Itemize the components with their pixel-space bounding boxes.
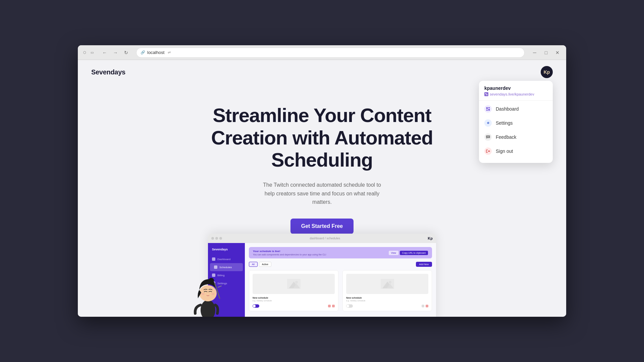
preview-card-2-image xyxy=(346,274,428,294)
tab-favicon: ⬡ xyxy=(82,50,87,55)
preview-card-2-edit-icon xyxy=(422,305,424,307)
preview-filter-all: All xyxy=(249,262,258,267)
preview-banner-subtitle: You can add components and dependencies … xyxy=(253,253,326,256)
preview-card-1-label: New schedule xyxy=(253,297,335,299)
browser-controls: ⬡ ▭ xyxy=(82,50,95,55)
preview-card-2-footer xyxy=(346,304,428,308)
svg-point-18 xyxy=(211,293,215,295)
signout-menu-icon xyxy=(484,147,492,155)
preview-card-2-label: New schedule xyxy=(346,297,428,299)
browser-titlebar: ⬡ ▭ ← → ↻ 🔗 localhost ⇌ ─ □ ✕ xyxy=(78,45,566,60)
preview-add-button: Add New xyxy=(416,262,432,267)
close-button[interactable]: ✕ xyxy=(553,48,562,57)
character-illustration xyxy=(188,263,228,317)
preview-dot-2 xyxy=(215,237,218,240)
cta-button[interactable]: Get Started Free xyxy=(290,219,354,234)
preview-kp-logo: Kp xyxy=(428,236,433,240)
minimize-button[interactable]: ─ xyxy=(530,48,539,57)
preview-copy-button: Copy URL to clipboard xyxy=(400,251,428,255)
svg-rect-23 xyxy=(486,94,487,95)
svg-line-16 xyxy=(209,281,211,281)
preview-url: dashboard / schedules xyxy=(225,237,424,240)
dropdown-dashboard-label: Dashboard xyxy=(496,106,519,112)
back-button[interactable]: ← xyxy=(100,48,109,57)
dropdown-item-feedback[interactable]: Feedback xyxy=(479,130,553,144)
preview-card-1-image xyxy=(253,274,335,294)
svg-line-20 xyxy=(218,286,221,287)
preview-filter-tabs: All Active xyxy=(249,262,271,267)
svg-rect-24 xyxy=(486,107,488,109)
dropdown-item-signout[interactable]: Sign out xyxy=(479,144,553,158)
hero-title: Streamline Your Content Creation with Au… xyxy=(205,104,439,171)
tab-add-icon: ▭ xyxy=(89,50,95,55)
preview-card-1-icons xyxy=(328,305,335,307)
preview-titlebar: dashboard / schedules Kp xyxy=(208,234,436,243)
refresh-button[interactable]: ↻ xyxy=(121,48,131,57)
browser-nav: ← → ↻ xyxy=(100,48,131,57)
dropdown-feedback-label: Feedback xyxy=(496,134,516,140)
preview-logo: Sevendays xyxy=(208,248,245,255)
preview-card-1-delete-icon xyxy=(332,305,335,307)
feedback-menu-icon xyxy=(484,133,492,141)
settings-menu-icon xyxy=(484,119,492,127)
dropdown-item-settings[interactable]: Settings xyxy=(479,116,553,130)
preview-card-2-toggle xyxy=(346,304,353,308)
svg-point-5 xyxy=(389,281,391,284)
forward-button[interactable]: → xyxy=(111,48,120,57)
svg-point-31 xyxy=(488,136,489,137)
lock-icon: 🔗 xyxy=(141,50,145,55)
svg-point-30 xyxy=(488,136,488,137)
preview-card-2-sublabel: e.g. Holiday schedule xyxy=(346,300,428,302)
preview-banner-buttons: View Copy URL to clipboard xyxy=(389,251,428,255)
preview-body: Sevendays Dashboard Schedules Billing xyxy=(208,243,436,317)
dashboard-menu-icon xyxy=(484,105,492,113)
dropdown-header: kpaunerdev sevendays.live/kpaunerdev xyxy=(479,85,553,101)
preview-card-1: New schedule e.g. Holiday schedule xyxy=(249,270,338,311)
preview-dot-1 xyxy=(211,237,214,240)
preview-banner: Your schedule is live! You can add compo… xyxy=(249,247,432,258)
preview-card-2-icons xyxy=(422,305,428,307)
avatar-button[interactable]: Kp xyxy=(541,66,553,78)
preview-cards: New schedule e.g. Holiday schedule xyxy=(249,270,432,311)
page-content: Sevendays Kp Streamline Your Content Cre… xyxy=(78,60,566,317)
dropdown-username: kpaunerdev xyxy=(484,85,547,91)
preview-banner-title: Your schedule is live! xyxy=(253,250,326,253)
svg-point-1 xyxy=(295,281,298,284)
dropdown-menu: kpaunerdev sevendays.live/kpaunerdev Das… xyxy=(479,81,553,163)
address-bar[interactable]: 🔗 localhost ⇌ xyxy=(136,48,525,58)
preview-card-2: New schedule e.g. Holiday schedule xyxy=(342,270,432,311)
browser-actions: ─ □ ✕ xyxy=(530,48,562,57)
dashboard-icon xyxy=(212,257,215,261)
preview-card-2-delete-icon xyxy=(426,305,428,307)
preview-card-1-footer xyxy=(253,304,335,308)
dropdown-settings-label: Settings xyxy=(496,120,513,126)
preview-card-1-sublabel: e.g. Holiday schedule xyxy=(253,300,335,302)
svg-rect-26 xyxy=(488,109,490,111)
svg-rect-27 xyxy=(486,110,488,111)
preview-card-1-edit-icon xyxy=(328,305,331,307)
address-extra: ⇌ xyxy=(168,50,171,55)
svg-point-8 xyxy=(201,300,215,317)
preview-filter-active: Active xyxy=(259,262,271,267)
url-icon xyxy=(484,92,488,96)
preview-view-button: View xyxy=(389,251,398,255)
address-text: localhost xyxy=(147,50,164,55)
maximize-button[interactable]: □ xyxy=(541,48,551,57)
app-preview: dashboard / schedules Kp Sevendays Dashb… xyxy=(208,234,436,317)
site-logo: Sevendays xyxy=(91,68,125,76)
preview-dot-3 xyxy=(219,237,222,240)
dropdown-signout-label: Sign out xyxy=(496,148,513,154)
preview-card-1-toggle xyxy=(253,304,259,308)
preview-dots xyxy=(211,237,222,240)
preview-nav-dashboard-label: Dashboard xyxy=(217,258,230,261)
preview-nav-dashboard: Dashboard xyxy=(208,255,245,263)
svg-point-29 xyxy=(487,136,488,137)
dropdown-url: sevendays.live/kpaunerdev xyxy=(484,92,547,96)
preview-filters: All Active Add New xyxy=(249,262,432,267)
preview-main: Your schedule is live! You can add compo… xyxy=(245,243,436,317)
hero-subtitle: The Twitch connected automated schedule … xyxy=(258,181,386,206)
svg-rect-25 xyxy=(488,107,490,108)
dropdown-item-dashboard[interactable]: Dashboard xyxy=(479,102,553,116)
svg-rect-22 xyxy=(485,93,486,94)
browser-window: ⬡ ▭ ← → ↻ 🔗 localhost ⇌ ─ □ ✕ Sevendays … xyxy=(78,45,566,317)
